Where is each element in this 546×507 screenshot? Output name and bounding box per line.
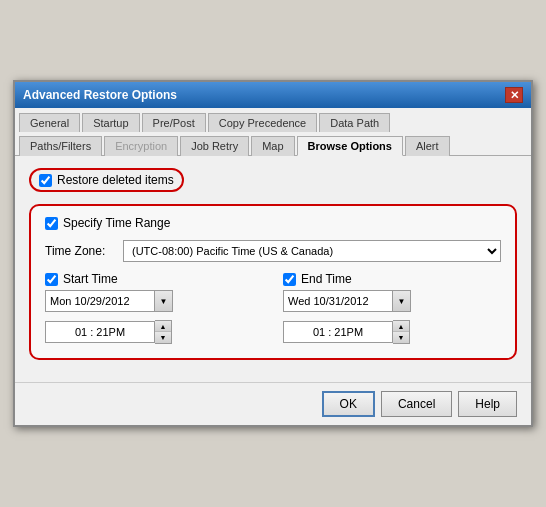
timezone-label: Time Zone:	[45, 244, 115, 258]
tab-startup[interactable]: Startup	[82, 113, 139, 132]
start-time-checkbox[interactable]	[45, 273, 58, 286]
title-bar: Advanced Restore Options ✕	[15, 82, 531, 108]
start-time-spin: ▲ ▼	[155, 320, 172, 344]
end-date-row: ▼	[283, 290, 501, 312]
tab-paths-filters[interactable]: Paths/Filters	[19, 136, 102, 156]
cancel-button[interactable]: Cancel	[381, 391, 452, 417]
tab-copy-precedence[interactable]: Copy Precedence	[208, 113, 317, 132]
tab-row-2: Paths/Filters Encryption Job Retry Map B…	[15, 131, 531, 155]
tab-browse-options[interactable]: Browse Options	[297, 136, 403, 156]
end-time-spin-down[interactable]: ▼	[393, 332, 409, 343]
time-fields-row: Start Time ▼ ▲ ▼	[45, 272, 501, 344]
help-button[interactable]: Help	[458, 391, 517, 417]
end-date-input[interactable]	[283, 290, 393, 312]
dialog-title: Advanced Restore Options	[23, 88, 177, 102]
end-time-spin: ▲ ▼	[393, 320, 410, 344]
dialog-window: Advanced Restore Options ✕ General Start…	[13, 80, 533, 427]
start-time-field: Start Time ▼ ▲ ▼	[45, 272, 263, 344]
timezone-select[interactable]: (UTC-08:00) Pacific Time (US & Canada) U…	[123, 240, 501, 262]
start-date-row: ▼	[45, 290, 263, 312]
end-date-dropdown-button[interactable]: ▼	[393, 290, 411, 312]
start-time-check-label[interactable]: Start Time	[45, 272, 263, 286]
restore-deleted-label: Restore deleted items	[57, 173, 174, 187]
timezone-row: Time Zone: (UTC-08:00) Pacific Time (US …	[45, 240, 501, 262]
end-time-input-row: ▲ ▼	[283, 320, 501, 344]
time-range-box: Specify Time Range Time Zone: (UTC-08:00…	[29, 204, 517, 360]
dialog-footer: OK Cancel Help	[15, 382, 531, 425]
tab-alert[interactable]: Alert	[405, 136, 450, 156]
tab-encryption[interactable]: Encryption	[104, 136, 178, 156]
end-time-checkbox[interactable]	[283, 273, 296, 286]
end-time-check-label[interactable]: End Time	[283, 272, 501, 286]
start-time-spin-up[interactable]: ▲	[155, 321, 171, 332]
end-time-input[interactable]	[283, 321, 393, 343]
restore-deleted-checkbox[interactable]	[39, 174, 52, 187]
specify-time-range-label[interactable]: Specify Time Range	[45, 216, 501, 230]
start-time-input[interactable]	[45, 321, 155, 343]
specify-row: Specify Time Range	[45, 216, 501, 230]
start-date-input[interactable]	[45, 290, 155, 312]
start-time-spin-down[interactable]: ▼	[155, 332, 171, 343]
tab-job-retry[interactable]: Job Retry	[180, 136, 249, 156]
tab-prepost[interactable]: Pre/Post	[142, 113, 206, 132]
start-time-label: Start Time	[63, 272, 118, 286]
restore-deleted-oval: Restore deleted items	[29, 168, 184, 192]
end-time-field: End Time ▼ ▲ ▼	[283, 272, 501, 344]
end-time-spin-up[interactable]: ▲	[393, 321, 409, 332]
end-time-label: End Time	[301, 272, 352, 286]
tab-content: Restore deleted items Specify Time Range…	[15, 156, 531, 382]
specify-time-range-checkbox[interactable]	[45, 217, 58, 230]
tab-general[interactable]: General	[19, 113, 80, 132]
tab-data-path[interactable]: Data Path	[319, 113, 390, 132]
tab-map[interactable]: Map	[251, 136, 294, 156]
specify-time-range-text: Specify Time Range	[63, 216, 170, 230]
ok-button[interactable]: OK	[322, 391, 375, 417]
restore-deleted-checkbox-label[interactable]: Restore deleted items	[39, 173, 174, 187]
start-date-dropdown-button[interactable]: ▼	[155, 290, 173, 312]
restore-deleted-section: Restore deleted items	[29, 168, 517, 192]
close-button[interactable]: ✕	[505, 87, 523, 103]
tab-bar: General Startup Pre/Post Copy Precedence…	[15, 108, 531, 156]
start-time-input-row: ▲ ▼	[45, 320, 263, 344]
tab-row-1: General Startup Pre/Post Copy Precedence…	[15, 108, 531, 131]
